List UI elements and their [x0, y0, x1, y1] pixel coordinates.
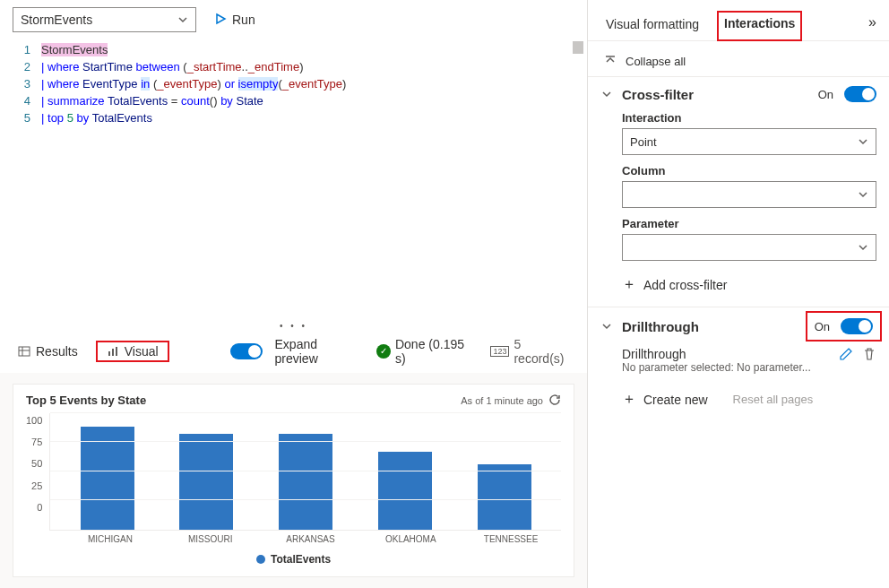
column-select[interactable]	[622, 181, 876, 208]
chart-title: Top 5 Events by State	[26, 393, 146, 407]
interaction-label: Interaction	[622, 111, 876, 125]
bar[interactable]	[157, 413, 256, 531]
add-cross-filter-button[interactable]: ＋ Add cross-filter	[600, 275, 876, 294]
chevron-down-icon	[177, 14, 188, 25]
refresh-icon[interactable]	[548, 393, 561, 408]
bar[interactable]	[256, 413, 356, 531]
plus-icon: ＋	[622, 390, 636, 409]
chevron-down-icon	[858, 189, 868, 200]
x-tick-label: MISSOURI	[160, 534, 261, 544]
chart-icon	[107, 345, 119, 358]
svg-rect-4	[112, 349, 114, 356]
field-parameter: Parameter	[600, 217, 876, 261]
create-new-label: Create new	[643, 393, 708, 407]
code-content[interactable]: StormEvents | where StartTime between (_…	[41, 41, 583, 126]
chart-container: Top 5 Events by State As of 1 minute ago…	[0, 373, 587, 589]
field-column: Column	[600, 164, 876, 208]
column-label: Column	[622, 164, 876, 177]
chart-timestamp: As of 1 minute ago	[461, 393, 561, 408]
cross-filter-header[interactable]: Cross-filter On	[600, 86, 876, 102]
check-icon: ✓	[376, 344, 391, 359]
edit-icon[interactable]	[839, 347, 853, 365]
y-axis: 100 75 50 25 0	[26, 413, 49, 532]
section-cross-filter: Cross-filter On Interaction Point Column…	[588, 76, 889, 307]
drillthrough-toggle[interactable]	[841, 318, 873, 334]
interaction-value: Point	[630, 135, 657, 149]
database-select-value: StormEvents	[21, 13, 92, 27]
chevron-down-icon	[858, 242, 868, 253]
editor-scrollbar[interactable]	[573, 41, 583, 54]
record-count-text: 5 record(s)	[514, 337, 574, 366]
panel-tabs: Visual formatting Interactions »	[588, 7, 889, 41]
line-gutter: 1 2 3 4 5	[4, 41, 41, 126]
x-tick-label: OKLAHOMA	[360, 534, 461, 544]
svg-rect-5	[116, 347, 117, 356]
drillthrough-item-title: Drillthrough	[622, 347, 832, 361]
tab-interactions[interactable]: Interactions	[717, 11, 802, 41]
cross-filter-toggle-group: On	[818, 86, 876, 102]
expand-preview-label: Expand preview	[275, 337, 364, 366]
run-button[interactable]: Run	[207, 9, 263, 31]
legend-dot	[256, 555, 265, 564]
bar[interactable]	[57, 413, 157, 531]
plot	[49, 413, 561, 532]
drillthrough-title: Drillthrough	[622, 319, 802, 334]
delete-icon[interactable]	[862, 347, 876, 365]
code-editor[interactable]: 1 2 3 4 5 StormEvents | where StartTime …	[0, 36, 587, 126]
legend-label: TotalEvents	[271, 553, 331, 566]
right-panel: Visual formatting Interactions » Collaps…	[588, 0, 889, 588]
record-count: 123 5 record(s)	[490, 337, 574, 366]
on-label: On	[818, 88, 833, 101]
status-done-text: Done (0.195 s)	[395, 337, 478, 366]
query-status: ✓ Done (0.195 s)	[376, 337, 478, 366]
plus-icon: ＋	[622, 275, 636, 294]
x-tick-label: ARKANSAS	[261, 534, 361, 544]
chart-legend: TotalEvents	[26, 553, 561, 566]
chart-plot-area: 100 75 50 25 0	[26, 413, 561, 532]
drillthrough-toggle-group: On	[811, 316, 876, 336]
add-cross-filter-label: Add cross-filter	[643, 278, 727, 292]
drillthrough-item-subtitle: No parameter selected: No parameter...	[622, 361, 832, 374]
drillthrough-header[interactable]: Drillthrough On	[600, 316, 876, 336]
expand-preview-toggle[interactable]	[230, 343, 263, 359]
chart-card: Top 5 Events by State As of 1 minute ago…	[13, 384, 574, 578]
bar[interactable]	[356, 413, 455, 531]
drillthrough-item: Drillthrough No parameter selected: No p…	[600, 347, 876, 374]
parameter-label: Parameter	[622, 217, 876, 230]
resize-handle[interactable]: • • •	[0, 321, 587, 332]
chevron-down-icon	[600, 320, 613, 333]
reset-all-pages-button[interactable]: Reset all pages	[733, 393, 814, 406]
database-select[interactable]: StormEvents	[13, 7, 196, 32]
collapse-all-label: Collapse all	[626, 55, 686, 68]
tab-visual-formatting[interactable]: Visual formatting	[604, 12, 701, 40]
create-new-button[interactable]: ＋ Create new	[622, 390, 708, 409]
tab-results-label: Results	[36, 344, 78, 359]
drillthrough-actions	[839, 347, 876, 365]
field-interaction: Interaction Point	[600, 111, 876, 155]
tab-visual[interactable]: Visual	[96, 341, 169, 362]
more-tabs-icon[interactable]: »	[868, 14, 876, 38]
svg-rect-0	[19, 347, 30, 356]
drillthrough-item-text: Drillthrough No parameter selected: No p…	[622, 347, 832, 374]
collapse-all-button[interactable]: Collapse all	[588, 41, 889, 76]
play-icon	[214, 13, 227, 28]
drillthrough-footer: ＋ Create new Reset all pages	[600, 390, 876, 409]
chart-header: Top 5 Events by State As of 1 minute ago	[26, 393, 561, 408]
chevron-down-icon	[858, 136, 868, 147]
left-panel: StormEvents Run 1 2 3 4 5 StormEvents | …	[0, 0, 588, 588]
bar[interactable]	[454, 413, 554, 531]
chevron-down-icon	[600, 88, 613, 100]
section-drillthrough: Drillthrough On Drillthrough No paramete…	[588, 307, 889, 421]
parameter-select[interactable]	[622, 234, 876, 261]
interaction-select[interactable]: Point	[622, 128, 876, 155]
collapse-icon	[604, 54, 617, 69]
run-label: Run	[232, 13, 255, 27]
cross-filter-toggle[interactable]	[844, 86, 876, 102]
records-icon: 123	[490, 346, 509, 357]
x-axis-labels: MICHIGANMISSOURIARKANSASOKLAHOMATENNESSE…	[26, 534, 561, 544]
tab-results[interactable]: Results	[13, 341, 83, 362]
cross-filter-title: Cross-filter	[622, 87, 809, 102]
svg-rect-3	[108, 351, 110, 356]
x-tick-label: MICHIGAN	[60, 534, 160, 544]
x-tick-label: TENNESSEE	[461, 534, 561, 544]
